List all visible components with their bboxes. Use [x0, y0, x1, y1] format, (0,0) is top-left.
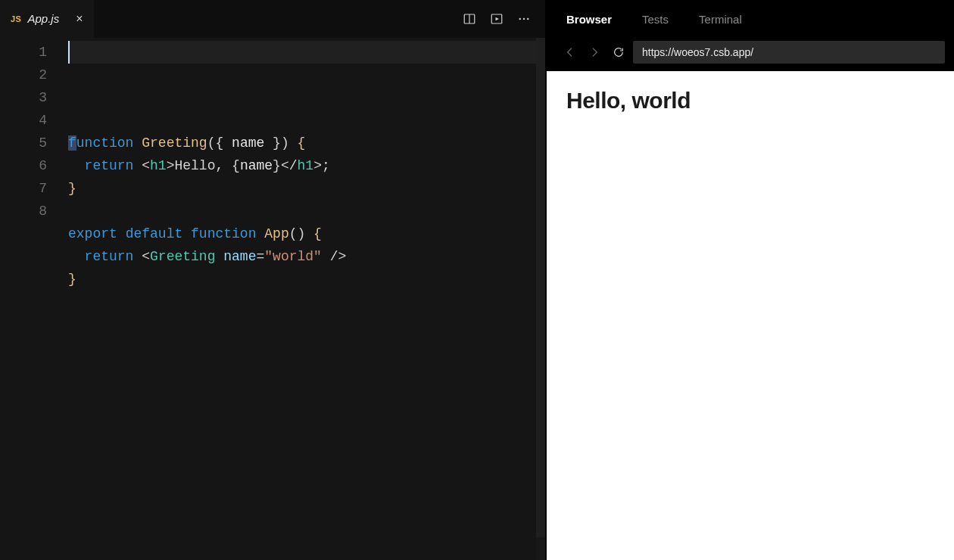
code-area[interactable]: function Greeting({ name }) { return <h1… [68, 38, 545, 560]
code-line[interactable]: function Greeting({ name }) { [68, 132, 545, 154]
code-line[interactable] [68, 200, 545, 222]
split-editor-icon[interactable] [456, 0, 483, 38]
address-bar[interactable]: https://woeos7.csb.app/ [633, 41, 945, 64]
tabbar-actions [456, 0, 545, 38]
preview-page: Hello, world [547, 71, 954, 560]
app-root: JS App.js × 12345678 [0, 0, 954, 560]
file-tab-appjs[interactable]: JS App.js × [0, 0, 94, 38]
tab-tests[interactable]: Tests [642, 13, 669, 26]
address-url: https://woeos7.csb.app/ [642, 46, 753, 58]
page-heading: Hello, world [566, 88, 934, 114]
js-file-icon: JS [11, 14, 21, 23]
editor-pane: JS App.js × 12345678 [0, 0, 545, 560]
minimap-thumb[interactable] [536, 38, 545, 537]
svg-marker-3 [496, 17, 500, 21]
editor-body[interactable]: 12345678 function Greeting({ name }) { r… [0, 38, 545, 560]
code-line[interactable]: } [68, 268, 545, 291]
line-number: 6 [0, 154, 68, 177]
file-tab-label: App.js [27, 12, 59, 25]
line-number: 4 [0, 109, 68, 132]
close-icon[interactable]: × [76, 13, 83, 25]
svg-point-4 [519, 18, 521, 20]
line-number: 1 [0, 41, 68, 64]
line-number-gutter: 12345678 [0, 38, 68, 560]
active-line-highlight [68, 41, 536, 64]
more-actions-icon[interactable] [510, 0, 538, 38]
forward-icon[interactable] [585, 41, 604, 64]
preview-tabbar: Browser Tests Terminal [547, 0, 954, 38]
editor-tabbar: JS App.js × [0, 0, 545, 38]
text-cursor [68, 41, 70, 64]
run-preview-icon[interactable] [483, 0, 510, 38]
line-number: 8 [0, 200, 68, 222]
line-number: 2 [0, 64, 68, 86]
code-line[interactable]: return <Greeting name="world" /> [68, 245, 545, 268]
code-line[interactable]: return <h1>Hello, {name}</h1>; [68, 154, 545, 177]
tabbar-spacer [94, 0, 456, 38]
code-line[interactable]: } [68, 177, 545, 200]
browser-toolbar: https://woeos7.csb.app/ [547, 38, 954, 71]
reload-icon[interactable] [609, 41, 628, 64]
code-line[interactable] [68, 291, 545, 313]
tab-terminal[interactable]: Terminal [699, 13, 742, 26]
minimap-scrollbar[interactable] [536, 38, 545, 560]
back-icon[interactable] [560, 41, 580, 64]
line-number: 7 [0, 177, 68, 200]
tab-browser[interactable]: Browser [566, 13, 612, 26]
svg-point-6 [527, 18, 528, 20]
line-number: 3 [0, 86, 68, 109]
svg-point-5 [523, 18, 525, 20]
line-number: 5 [0, 132, 68, 154]
preview-pane: Browser Tests Terminal https://woeos7.cs… [545, 0, 954, 560]
code-line[interactable]: export default function App() { [68, 222, 545, 245]
